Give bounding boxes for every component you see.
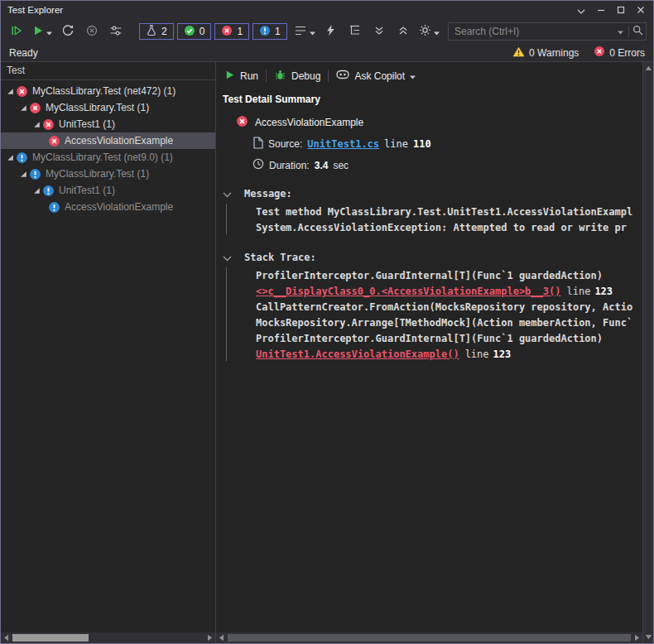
close-button[interactable]: [631, 2, 651, 17]
ask-copilot-label: Ask Copilot: [354, 70, 405, 82]
expander-icon[interactable]: [5, 88, 16, 95]
stack-line-label: line: [465, 348, 489, 360]
filter-passed-button[interactable]: 0: [177, 23, 212, 40]
filter-total-tests-button[interactable]: 2: [139, 23, 174, 40]
tree-item-label: UnitTest1 (1): [59, 118, 115, 130]
test-tree-pane: Test MyClassLibrary.Test (net472) (1) My…: [1, 62, 216, 643]
repeat-last-run-button[interactable]: [59, 22, 77, 41]
tree-item-namespace[interactable]: MyClassLibrary.Test (1): [1, 166, 215, 182]
settings-button[interactable]: [418, 22, 440, 41]
scrollbar-thumb[interactable]: [12, 634, 89, 642]
result-filter-group: 2 0 1 1: [139, 23, 287, 40]
stack-line-label: line: [566, 286, 590, 297]
collapse-chevron-icon[interactable]: [223, 252, 232, 264]
expander-icon[interactable]: [18, 171, 29, 178]
test-detail-pane: Run Debug Ask Copilot Test Detail Summar…: [216, 62, 642, 643]
stack-frame: MocksRepository.Arrange[TMethodMock](Act…: [244, 315, 642, 331]
test-failed-icon: [48, 135, 60, 147]
search-input[interactable]: [449, 26, 612, 37]
detail-debug-button[interactable]: Debug: [274, 69, 320, 84]
filter-not-run-button[interactable]: 1: [252, 23, 287, 40]
tree-item-label: MyClassLibrary.Test (1): [46, 168, 149, 180]
tree-item-net472-project[interactable]: MyClassLibrary.Test (net472) (1): [1, 83, 215, 99]
errors-indicator[interactable]: 0 Errors: [594, 46, 645, 60]
detail-horizontal-scrollbar[interactable]: [216, 632, 642, 643]
tree-item-class[interactable]: UnitTest1 (1): [1, 182, 215, 199]
stack-line-number: 123: [594, 286, 613, 297]
close-icon: [637, 4, 645, 17]
duration-row: Duration: 3.4 sec: [223, 158, 642, 172]
repeat-run-icon: [61, 24, 75, 40]
scroll-right-icon[interactable]: [632, 632, 642, 643]
cancel-button[interactable]: [83, 22, 101, 41]
warnings-indicator[interactable]: 0 Warnings: [512, 46, 579, 60]
message-section: Message: Test method MyClassLibrary.Test…: [223, 186, 642, 236]
detail-vertical-scrollbar[interactable]: [642, 62, 653, 643]
tree-column-header[interactable]: Test: [1, 62, 215, 80]
copilot-icon: [336, 70, 349, 82]
scroll-down-icon[interactable]: [643, 632, 654, 642]
expander-icon[interactable]: [31, 187, 42, 195]
tree-item-namespace[interactable]: MyClassLibrary.Test (1): [1, 99, 215, 116]
collapse-chevron-icon[interactable]: [223, 189, 232, 200]
run-button[interactable]: [31, 22, 53, 41]
message-content: Message: Test method MyClassLibrary.Test…: [244, 186, 642, 236]
stack-line-number: 123: [493, 348, 512, 360]
expander-icon[interactable]: [5, 154, 16, 161]
stack-trace-content: Stack Trace: ProfilerInterceptor.GuardIn…: [244, 250, 642, 363]
tree-item-label: MyClassLibrary.Test (net472) (1): [32, 85, 176, 97]
ask-copilot-button[interactable]: Ask Copilot: [336, 70, 416, 82]
source-file-link[interactable]: UnitTest1.cs: [307, 138, 379, 150]
run-all-tests-button[interactable]: [7, 22, 26, 41]
run-icon: [32, 25, 44, 39]
expander-icon[interactable]: [18, 104, 29, 112]
filter-failed-button[interactable]: 1: [214, 23, 249, 40]
detail-run-button[interactable]: Run: [224, 70, 258, 83]
scroll-right-icon[interactable]: [204, 632, 215, 643]
error-icon: [594, 46, 605, 60]
window-title: Test Explorer: [7, 5, 63, 15]
debug-bug-icon: [274, 69, 286, 84]
test-detail-summary-panel: Test Detail Summary AccessViolationExamp…: [216, 87, 642, 632]
run-label: Run: [240, 70, 258, 82]
collapse-all-button[interactable]: [370, 22, 388, 41]
scroll-left-icon[interactable]: [1, 632, 12, 643]
scroll-left-icon[interactable]: [216, 632, 227, 643]
tree-item-test-selected[interactable]: AccessViolationExample: [1, 132, 215, 149]
double-chevron-down-icon: [374, 26, 384, 38]
maximize-button[interactable]: [611, 2, 631, 17]
double-chevron-up-icon: [398, 26, 408, 38]
options-button[interactable]: [107, 22, 125, 41]
search-go-button[interactable]: [629, 23, 646, 40]
chevron-down-icon: [410, 70, 416, 82]
minimize-button[interactable]: [591, 2, 611, 17]
test-explorer-toolbar: 2 0 1 1: [1, 19, 653, 44]
source-line-number: 110: [413, 138, 431, 150]
tree-item-label: MyClassLibrary.Test (net9.0) (1): [32, 151, 173, 163]
test-not-run-icon: [42, 185, 55, 197]
chevron-down-icon: [618, 26, 623, 37]
expand-all-button[interactable]: [394, 22, 412, 41]
window-menu-button[interactable]: [571, 2, 591, 17]
show-hierarchy-button[interactable]: [346, 22, 364, 41]
scroll-up-icon[interactable]: [643, 63, 654, 74]
chevron-down-icon: [310, 26, 315, 38]
not-run-count: 1: [275, 26, 281, 37]
failed-count: 1: [237, 26, 243, 37]
duration-value: 3.4: [315, 160, 329, 171]
run-tests-after-build-button[interactable]: [322, 22, 340, 41]
search-icon: [632, 25, 643, 38]
expander-icon[interactable]: [31, 121, 42, 128]
tree-item-class[interactable]: UnitTest1 (1): [1, 116, 215, 132]
scrollbar-thumb[interactable]: [228, 634, 631, 642]
tree-item-test[interactable]: AccessViolationExample: [1, 199, 215, 215]
tree-horizontal-scrollbar[interactable]: [1, 632, 215, 643]
search-dropdown-button[interactable]: [612, 23, 628, 40]
message-label: Message:: [244, 186, 642, 202]
group-by-button[interactable]: [293, 22, 316, 41]
stack-frame-link[interactable]: <>c__DisplayClass0_0.<AccessViolationExa…: [256, 286, 560, 297]
detail-test-row: AccessViolationExample: [223, 115, 642, 130]
stack-frame-link[interactable]: UnitTest1.AccessViolationExample(): [256, 348, 459, 360]
tree-item-net9-project[interactable]: MyClassLibrary.Test (net9.0) (1): [1, 149, 215, 166]
test-failed-icon: [236, 115, 248, 130]
